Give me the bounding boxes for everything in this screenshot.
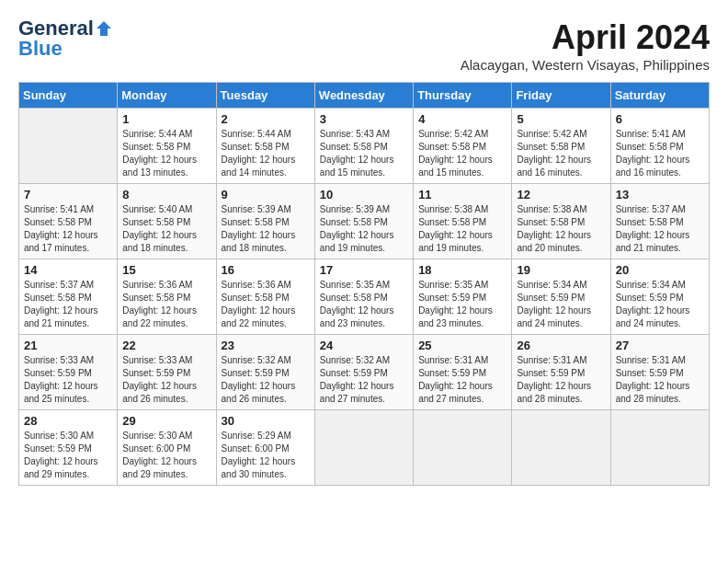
sunrise-label: Sunrise: 5:44 AM [222,129,291,139]
day-number: 29 [122,414,210,428]
daylight-label: Daylight: 12 hours and 22 minutes. [222,305,296,328]
daylight-label: Daylight: 12 hours and 22 minutes. [122,305,197,328]
sunset-label: Sunset: 5:58 PM [320,293,388,303]
day-info: Sunrise: 5:41 AM Sunset: 5:58 PM Dayligh… [24,203,112,255]
sunset-label: Sunset: 5:58 PM [222,217,290,227]
day-number: 17 [320,263,408,277]
sunrise-label: Sunrise: 5:34 AM [616,280,686,290]
day-number: 21 [24,339,112,352]
calendar-day-cell: 29 Sunrise: 5:30 AM Sunset: 6:00 PM Dayl… [118,410,216,486]
day-number: 2 [222,112,310,126]
calendar-day-cell [314,410,413,486]
day-number: 27 [616,339,704,352]
daylight-label: Daylight: 12 hours and 24 minutes. [517,305,591,328]
daylight-label: Daylight: 12 hours and 25 minutes. [24,381,98,404]
daylight-label: Daylight: 12 hours and 18 minutes. [222,230,296,253]
day-info: Sunrise: 5:35 AM Sunset: 5:59 PM Dayligh… [418,279,506,330]
calendar-day-cell: 23 Sunrise: 5:32 AM Sunset: 5:59 PM Dayl… [216,335,314,410]
daylight-label: Daylight: 12 hours and 20 minutes. [517,230,591,253]
calendar-day-cell: 15 Sunrise: 5:36 AM Sunset: 5:58 PM Dayl… [118,259,216,335]
calendar-day-cell: 3 Sunrise: 5:43 AM Sunset: 5:58 PM Dayli… [314,109,413,184]
calendar-week-row: 21 Sunrise: 5:33 AM Sunset: 5:59 PM Dayl… [19,335,710,410]
day-info: Sunrise: 5:31 AM Sunset: 5:59 PM Dayligh… [616,354,704,406]
daylight-label: Daylight: 12 hours and 23 minutes. [418,305,493,328]
calendar-header-row: SundayMondayTuesdayWednesdayThursdayFrid… [19,83,710,109]
sunrise-label: Sunrise: 5:29 AM [222,431,291,441]
sunrise-label: Sunrise: 5:35 AM [418,280,488,290]
month-title: April 2024 [461,18,710,57]
sunrise-label: Sunrise: 5:42 AM [517,129,586,139]
sunrise-label: Sunrise: 5:39 AM [222,204,291,214]
logo-icon [95,19,113,38]
day-number: 11 [418,188,506,201]
calendar-header-cell: Friday [512,83,610,109]
calendar-header-cell: Tuesday [216,83,314,109]
day-info: Sunrise: 5:34 AM Sunset: 5:59 PM Dayligh… [616,279,704,330]
calendar-day-cell: 1 Sunrise: 5:44 AM Sunset: 5:58 PM Dayli… [118,109,216,184]
svg-marker-0 [97,21,111,36]
sunset-label: Sunset: 5:58 PM [222,142,290,152]
calendar-day-cell: 4 Sunrise: 5:42 AM Sunset: 5:58 PM Dayli… [414,109,512,184]
daylight-label: Daylight: 12 hours and 30 minutes. [222,456,296,479]
day-number: 13 [616,188,704,201]
sunset-label: Sunset: 5:58 PM [418,217,486,227]
sunset-label: Sunset: 5:59 PM [122,368,190,378]
calendar-day-cell: 11 Sunrise: 5:38 AM Sunset: 5:58 PM Dayl… [414,184,512,259]
sunset-label: Sunset: 5:59 PM [517,293,585,303]
sunset-label: Sunset: 6:00 PM [222,443,290,454]
title-area: April 2024 Alacaygan, Western Visayas, P… [461,18,710,73]
daylight-label: Daylight: 12 hours and 26 minutes. [122,381,197,404]
daylight-label: Daylight: 12 hours and 21 minutes. [616,230,690,253]
sunrise-label: Sunrise: 5:31 AM [616,355,686,365]
day-info: Sunrise: 5:39 AM Sunset: 5:58 PM Dayligh… [320,203,408,255]
day-info: Sunrise: 5:30 AM Sunset: 6:00 PM Dayligh… [122,430,210,481]
calendar-week-row: 14 Sunrise: 5:37 AM Sunset: 5:58 PM Dayl… [19,259,710,335]
calendar-day-cell: 10 Sunrise: 5:39 AM Sunset: 5:58 PM Dayl… [314,184,413,259]
sunset-label: Sunset: 5:59 PM [24,368,92,378]
sunrise-label: Sunrise: 5:34 AM [517,280,586,290]
day-number: 14 [24,263,112,277]
day-number: 1 [122,112,210,126]
daylight-label: Daylight: 12 hours and 26 minutes. [222,381,296,404]
calendar-week-row: 1 Sunrise: 5:44 AM Sunset: 5:58 PM Dayli… [19,109,710,184]
day-number: 4 [418,112,506,126]
day-number: 18 [418,263,506,277]
sunrise-label: Sunrise: 5:30 AM [24,431,94,441]
sunset-label: Sunset: 5:59 PM [418,368,486,378]
day-number: 6 [616,112,704,126]
sunset-label: Sunset: 5:58 PM [122,217,190,227]
calendar-day-cell: 5 Sunrise: 5:42 AM Sunset: 5:58 PM Dayli… [512,109,610,184]
sunset-label: Sunset: 5:58 PM [24,293,92,303]
day-info: Sunrise: 5:39 AM Sunset: 5:58 PM Dayligh… [222,203,310,255]
sunrise-label: Sunrise: 5:36 AM [122,280,192,290]
sunrise-label: Sunrise: 5:32 AM [222,355,291,365]
sunrise-label: Sunrise: 5:39 AM [320,204,390,214]
calendar-day-cell: 27 Sunrise: 5:31 AM Sunset: 5:59 PM Dayl… [610,335,709,410]
daylight-label: Daylight: 12 hours and 19 minutes. [320,230,394,253]
subtitle: Alacaygan, Western Visayas, Philippines [461,57,710,73]
sunset-label: Sunset: 5:58 PM [122,142,190,152]
calendar-day-cell: 9 Sunrise: 5:39 AM Sunset: 5:58 PM Dayli… [216,184,314,259]
daylight-label: Daylight: 12 hours and 27 minutes. [418,381,493,404]
day-info: Sunrise: 5:38 AM Sunset: 5:58 PM Dayligh… [517,203,605,255]
sunset-label: Sunset: 5:58 PM [320,217,388,227]
calendar-week-row: 28 Sunrise: 5:30 AM Sunset: 5:59 PM Dayl… [19,410,710,486]
day-number: 8 [122,188,210,201]
daylight-label: Daylight: 12 hours and 19 minutes. [418,230,493,253]
daylight-label: Daylight: 12 hours and 13 minutes. [122,155,197,178]
day-info: Sunrise: 5:38 AM Sunset: 5:58 PM Dayligh… [418,203,506,255]
daylight-label: Daylight: 12 hours and 18 minutes. [122,230,197,253]
sunrise-label: Sunrise: 5:33 AM [24,355,94,365]
day-number: 10 [320,188,408,201]
calendar-header-cell: Saturday [610,83,709,109]
sunset-label: Sunset: 5:58 PM [24,217,92,227]
day-info: Sunrise: 5:35 AM Sunset: 5:58 PM Dayligh… [320,279,408,330]
logo: General Blue [18,18,114,59]
day-info: Sunrise: 5:30 AM Sunset: 5:59 PM Dayligh… [24,430,112,481]
day-number: 30 [222,414,310,428]
day-number: 15 [122,263,210,277]
day-number: 12 [517,188,605,201]
calendar-day-cell [414,410,512,486]
calendar-day-cell [512,410,610,486]
sunset-label: Sunset: 5:59 PM [418,293,486,303]
